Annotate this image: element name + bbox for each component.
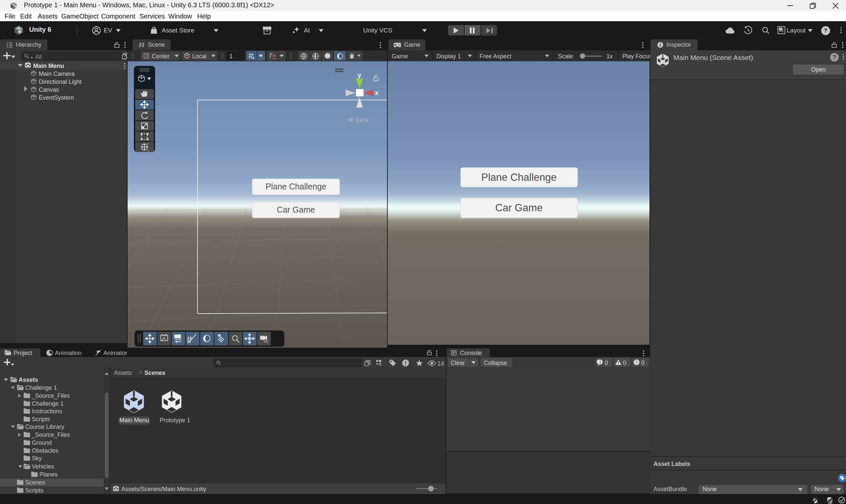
svg-text:Plane Challenge: Plane Challenge — [265, 182, 326, 191]
svg-text:x: x — [375, 89, 378, 96]
svg-text:Car Game: Car Game — [495, 202, 543, 214]
svg-text:Plane Challenge: Plane Challenge — [481, 172, 557, 183]
svg-text:Back: Back — [355, 116, 369, 124]
svg-text:y: y — [357, 72, 362, 79]
svg-text:Car Game: Car Game — [277, 205, 315, 214]
